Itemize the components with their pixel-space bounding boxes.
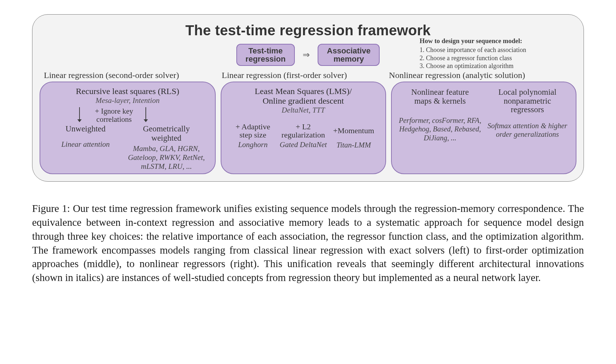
pill-b-line2: memory bbox=[333, 55, 364, 63]
mid-sub: DeltaNet, TTT bbox=[228, 106, 379, 115]
mid-main-header: Least Mean Squares (LMS)/ Online gradien… bbox=[228, 87, 379, 115]
down-arrow-icon bbox=[79, 107, 80, 120]
pill-a-line1: Test-time bbox=[248, 47, 283, 55]
page: The test-time regression framework Test-… bbox=[0, 0, 616, 285]
mid-ext-adaptive: + Adaptive step size Longhorn bbox=[228, 123, 278, 150]
pill-associative-memory: Associative memory bbox=[318, 44, 380, 66]
left-sub: Mesa-layer, Intention bbox=[47, 96, 209, 105]
panel-row: Recursive least squares (RLS) Mesa-layer… bbox=[39, 82, 577, 175]
right-localpoly-models: Softmax attention & higher order general… bbox=[486, 121, 569, 139]
panel-nonlinear: Nonlinear feature maps & kernels Perform… bbox=[391, 82, 576, 174]
mid-ext1-l1: + Adaptive bbox=[236, 122, 270, 131]
figure-frame: The test-time regression framework Test-… bbox=[32, 14, 584, 182]
left-col-unweighted: Unweighted Linear attention bbox=[47, 124, 124, 171]
mid-ext2-model: Gated DeltaNet bbox=[278, 140, 328, 149]
right-colB-l3: regressors bbox=[511, 105, 544, 114]
right-colA-l1: Nonlinear feature bbox=[411, 88, 469, 97]
mid-ext1-label: + Adaptive step size bbox=[228, 123, 278, 139]
pill-a-line2: regression bbox=[246, 55, 286, 63]
left-unweighted-models: Linear attention bbox=[47, 140, 124, 149]
right-localpoly-label: Local polynomial nonparametric regressor… bbox=[486, 88, 569, 114]
mid-ext1-l2: step size bbox=[240, 130, 266, 139]
mid-ext3-model: Titan-LMM bbox=[328, 141, 379, 150]
figure-caption: Figure 1: Our test time regression frame… bbox=[32, 202, 584, 285]
col-header-mid: Linear regression (first-order solver) bbox=[220, 71, 387, 80]
panel-second-order: Recursive least squares (RLS) Mesa-layer… bbox=[40, 82, 216, 174]
figure-title: The test-time regression framework bbox=[39, 22, 577, 38]
right-colA-l2: maps & kernels bbox=[414, 97, 466, 105]
left-ignore-l2: correlations bbox=[96, 115, 132, 124]
mid-ext3-label: +Momentum bbox=[328, 123, 379, 135]
right-col-localpoly: Local polynomial nonparametric regressor… bbox=[486, 88, 569, 142]
howto-box: How to design your sequence model: 1. Ch… bbox=[420, 37, 569, 70]
left-ignore-l1: + Ignore key bbox=[95, 107, 133, 115]
mid-ext2-l2: regularization bbox=[282, 130, 325, 139]
left-col-geoweighted: Geometrically weighted Mamba, GLA, HGRN,… bbox=[124, 124, 209, 171]
col-header-left: Linear regression (second-order solver) bbox=[42, 71, 220, 80]
pill-test-time-regression: Test-time regression bbox=[236, 44, 295, 66]
right-colB-l2: nonparametric bbox=[504, 97, 551, 105]
implies-arrow-icon: ⇒ bbox=[303, 50, 310, 60]
mid-ext2-label: + L2 regularization bbox=[278, 123, 328, 139]
howto-step-1: 1. Choose importance of each association bbox=[420, 46, 569, 54]
mid-ext-l2reg: + L2 regularization Gated DeltaNet bbox=[278, 123, 328, 150]
down-arrow-icon bbox=[145, 107, 146, 120]
left-body: Unweighted Linear attention Geometricall… bbox=[47, 124, 209, 171]
mid-extensions: + Adaptive step size Longhorn + L2 regul… bbox=[228, 123, 379, 150]
left-arrows: + Ignore key correlations bbox=[47, 106, 209, 122]
panel-first-order: Least Mean Squares (LMS)/ Online gradien… bbox=[221, 82, 386, 174]
caption-text: Our test time regression framework unifi… bbox=[32, 203, 584, 283]
left-main: Recursive least squares (RLS) bbox=[76, 87, 179, 96]
howto-step-3: 3. Choose an optimization algorithm bbox=[420, 62, 569, 70]
left-main-header: Recursive least squares (RLS) Mesa-layer… bbox=[47, 87, 209, 105]
right-colB-l1: Local polynomial bbox=[498, 88, 556, 97]
figure-top-row: Test-time regression ⇒ Associative memor… bbox=[39, 42, 577, 68]
left-unweighted-label: Unweighted bbox=[47, 124, 124, 134]
mid-main-l1: Least Mean Squares (LMS)/ bbox=[255, 87, 352, 96]
caption-label: Figure 1: bbox=[32, 203, 70, 214]
left-ignore-note: + Ignore key correlations bbox=[86, 107, 143, 123]
howto-step-2: 2. Choose a regressor function class bbox=[420, 54, 569, 62]
right-col-kernels: Nonlinear feature maps & kernels Perform… bbox=[398, 88, 482, 142]
mid-ext2-l1: + L2 bbox=[296, 122, 311, 131]
right-kernels-label: Nonlinear feature maps & kernels bbox=[398, 88, 482, 105]
left-geo-l2: weighted bbox=[152, 134, 181, 142]
col-header-right: Nonlinear regression (analytic solution) bbox=[387, 71, 574, 80]
mid-main-l2: Online gradient descent bbox=[263, 96, 344, 105]
right-body: Nonlinear feature maps & kernels Perform… bbox=[398, 88, 569, 142]
mid-ext1-model: Longhorn bbox=[228, 140, 278, 149]
pill-b-line1: Associative bbox=[327, 47, 370, 55]
right-kernels-models: Performer, cosFormer, RFA, Hedgehog, Bas… bbox=[398, 116, 482, 142]
left-geo-models: Mamba, GLA, HGRN, Gateloop, RWKV, RetNet… bbox=[124, 144, 209, 171]
mid-ext-momentum: +Momentum Titan-LMM bbox=[328, 123, 379, 150]
left-geo-label: Geometrically weighted bbox=[124, 124, 209, 143]
howto-title: How to design your sequence model: bbox=[420, 37, 569, 45]
left-geo-l1: Geometrically bbox=[143, 124, 190, 133]
column-headers: Linear regression (second-order solver) … bbox=[40, 71, 576, 80]
